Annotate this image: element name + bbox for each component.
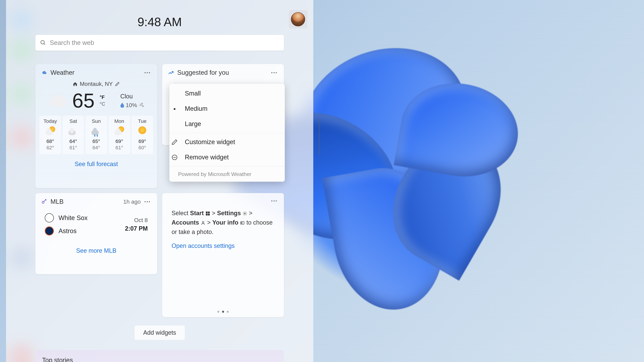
page-dot[interactable] xyxy=(227,311,229,313)
menu-size-large[interactable]: Large xyxy=(170,116,285,132)
open-accounts-link[interactable]: Open accounts settings xyxy=(172,241,234,251)
search-bar[interactable] xyxy=(36,35,284,51)
svg-point-2 xyxy=(144,72,146,73)
scrollbar[interactable] xyxy=(319,118,320,155)
more-icon xyxy=(271,200,277,202)
mlb-team-home: Astros xyxy=(45,226,88,236)
mlb-widget: MLB 1h ago White Sox Astros xyxy=(36,193,157,274)
mlb-title: MLB xyxy=(50,198,123,205)
avatar-image xyxy=(291,12,305,26)
svg-line-1 xyxy=(44,43,45,45)
forecast-day[interactable]: Today 68° 62° xyxy=(40,116,61,154)
see-more-mlb-link[interactable]: See more MLB xyxy=(76,247,116,254)
suggested-more-button[interactable] xyxy=(270,70,278,76)
svg-rect-18 xyxy=(208,214,210,216)
svg-point-20 xyxy=(202,221,204,223)
cloud-icon xyxy=(68,126,78,136)
svg-point-19 xyxy=(244,213,246,214)
forecast-day[interactable]: Tue 69° 60° xyxy=(132,116,153,154)
user-avatar[interactable] xyxy=(289,10,307,28)
weather-precip: 10% xyxy=(120,102,144,108)
add-widgets-button[interactable]: Add widgets xyxy=(134,326,185,340)
droplet-icon xyxy=(120,103,124,108)
weather-condition: Clou xyxy=(120,93,144,100)
svg-point-3 xyxy=(147,72,148,73)
weather-widget: Weather Montauk, NY 65 °F °C xyxy=(36,64,157,188)
mlb-game[interactable]: White Sox Astros Oct 8 2:07 PM xyxy=(45,213,148,236)
svg-rect-21 xyxy=(241,222,244,224)
top-stories-title: Top stories xyxy=(42,357,277,362)
svg-point-10 xyxy=(147,201,148,202)
cloud-icon xyxy=(49,94,67,107)
unit-celsius[interactable]: °C xyxy=(100,101,105,107)
top-stories-section: Top stories wp Why the Senate blinked an… xyxy=(36,350,284,362)
weather-location[interactable]: Montauk, NY xyxy=(36,81,157,87)
edit-icon[interactable] xyxy=(115,82,120,86)
svg-point-12 xyxy=(271,200,272,201)
game-date: Oct 8 xyxy=(125,217,148,223)
weather-title: Weather xyxy=(50,69,143,76)
svg-point-9 xyxy=(144,201,146,202)
gear-icon xyxy=(242,211,247,216)
panel-header: 9:48 AM xyxy=(6,0,313,32)
time-display: 9:48 AM xyxy=(138,15,182,29)
unit-fahrenheit[interactable]: °F xyxy=(100,94,105,100)
svg-rect-16 xyxy=(208,212,210,214)
svg-point-14 xyxy=(276,200,277,201)
search-icon xyxy=(40,40,46,46)
forecast-day[interactable]: Sat 64° 61° xyxy=(62,116,84,154)
tips-widget: Select Start > Settings > Accounts > You… xyxy=(162,193,284,317)
more-icon xyxy=(271,72,277,73)
mlb-team-away: White Sox xyxy=(45,213,88,222)
svg-point-11 xyxy=(149,201,150,202)
page-dot[interactable] xyxy=(217,311,219,313)
wind-icon xyxy=(139,103,144,108)
temp-units[interactable]: °F °C xyxy=(100,94,105,107)
forecast-link-row: See full forecast xyxy=(36,154,157,168)
page-dot-active[interactable] xyxy=(222,311,224,313)
svg-point-7 xyxy=(276,72,277,73)
menu-customize-widget[interactable]: Customize widget xyxy=(170,134,285,150)
sun-icon xyxy=(138,126,146,134)
tips-pagination[interactable] xyxy=(217,311,229,313)
current-temp: 65 xyxy=(72,90,94,111)
menu-footer: Powered by Microsoft Weather xyxy=(170,168,285,180)
sun-cloud-icon xyxy=(114,126,124,136)
start-icon xyxy=(206,211,210,216)
menu-remove-widget[interactable]: Remove widget xyxy=(170,150,285,165)
svg-rect-17 xyxy=(206,214,208,216)
menu-size-small[interactable]: Small xyxy=(170,86,285,101)
forecast-row: Today 68° 62° Sat 64° 61° Sun 65° 64° xyxy=(36,111,157,154)
rain-icon xyxy=(92,126,101,136)
game-time: 2:07 PM xyxy=(125,225,148,232)
id-icon xyxy=(240,221,245,225)
person-icon xyxy=(201,221,206,225)
forecast-day[interactable]: Sun 65° 64° xyxy=(85,116,107,154)
forecast-day[interactable]: Mon 69° 61° xyxy=(108,116,130,154)
sports-icon xyxy=(41,199,47,205)
mlb-more-button[interactable] xyxy=(143,199,152,205)
more-icon xyxy=(144,201,150,203)
svg-point-4 xyxy=(149,72,150,73)
weather-icon xyxy=(41,70,47,76)
tips-more-button[interactable] xyxy=(270,198,278,204)
home-icon xyxy=(73,82,78,86)
location-text: Montauk, NY xyxy=(80,81,113,87)
astros-logo xyxy=(45,226,54,236)
menu-size-medium[interactable]: ● Medium xyxy=(170,101,285,116)
svg-point-5 xyxy=(271,72,272,73)
search-input[interactable] xyxy=(50,39,279,46)
pencil-icon xyxy=(172,139,178,145)
svg-point-13 xyxy=(274,200,274,201)
svg-point-22 xyxy=(242,222,242,223)
sun-cloud-icon xyxy=(46,126,55,136)
see-full-forecast-link[interactable]: See full forecast xyxy=(75,161,118,167)
more-icon xyxy=(144,72,150,73)
svg-point-8 xyxy=(42,201,44,203)
remove-icon xyxy=(172,154,178,161)
suggested-title: Suggested for you xyxy=(177,69,270,76)
weather-more-button[interactable] xyxy=(143,70,152,76)
svg-point-0 xyxy=(41,40,44,44)
menu-divider xyxy=(170,166,285,166)
svg-rect-15 xyxy=(206,212,208,214)
